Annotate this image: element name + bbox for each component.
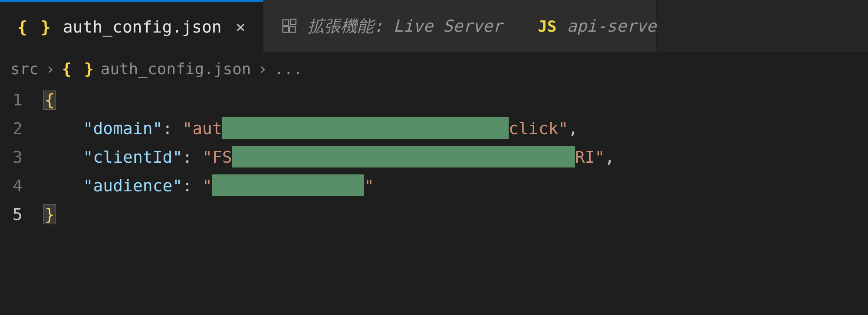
json-value: "aut xyxy=(182,119,222,138)
json-value: " xyxy=(364,176,374,195)
json-value: RI" xyxy=(575,148,605,167)
json-key: "clientId" xyxy=(83,148,183,167)
chevron-right-icon: › xyxy=(258,60,268,78)
redacted-block xyxy=(232,146,575,167)
code-line: } xyxy=(43,200,868,229)
code-line: "clientId": "FSRI", xyxy=(43,143,868,171)
line-number: 5 xyxy=(10,200,23,229)
json-file-icon: { } xyxy=(62,60,95,78)
breadcrumb-file[interactable]: { } auth_config.json xyxy=(62,60,251,78)
tab-live-server[interactable]: 拡張機能: Live Server xyxy=(263,0,520,52)
code-line: { xyxy=(43,85,868,114)
json-key: "audience" xyxy=(83,176,183,195)
svg-rect-3 xyxy=(290,19,296,25)
redacted-block xyxy=(212,174,364,196)
code-editor[interactable]: 1 2 3 4 5 { "domain": "autclick", "clien… xyxy=(0,85,868,229)
code-line: "domain": "autclick", xyxy=(43,114,868,143)
breadcrumb-overflow[interactable]: ... xyxy=(274,60,302,78)
tab-bar: { } auth_config.json × 拡張機能: Live Server… xyxy=(0,0,868,52)
svg-rect-1 xyxy=(283,27,288,33)
tab-auth-config[interactable]: { } auth_config.json × xyxy=(0,0,263,52)
js-file-icon: JS xyxy=(538,17,556,35)
json-key: "domain" xyxy=(83,119,163,138)
line-number: 2 xyxy=(10,114,23,143)
tab-label: auth_config.json xyxy=(63,17,222,36)
redacted-block xyxy=(222,117,509,139)
breadcrumb-file-label: auth_config.json xyxy=(101,60,251,78)
line-number: 4 xyxy=(10,171,23,200)
tab-label: 拡張機能: Live Server xyxy=(308,15,503,37)
line-number: 3 xyxy=(10,143,23,171)
code-line: "audience": "" xyxy=(43,171,868,200)
json-value: " xyxy=(202,176,212,195)
tab-label: api-serve xyxy=(567,16,656,36)
json-value: "FS xyxy=(202,148,232,167)
line-number: 1 xyxy=(10,85,23,114)
open-brace: { xyxy=(43,90,56,110)
json-file-icon: { } xyxy=(17,17,53,36)
extensions-icon xyxy=(281,18,297,34)
svg-rect-0 xyxy=(283,20,288,26)
tab-api-serve[interactable]: JS api-serve xyxy=(520,0,657,52)
chevron-right-icon: › xyxy=(46,60,55,78)
breadcrumb: src › { } auth_config.json › ... xyxy=(0,52,868,85)
close-icon[interactable]: × xyxy=(236,19,246,35)
line-gutter: 1 2 3 4 5 xyxy=(0,85,43,229)
code-content[interactable]: { "domain": "autclick", "clientId": "FSR… xyxy=(43,85,868,229)
close-brace: } xyxy=(43,204,56,224)
svg-rect-2 xyxy=(289,27,295,33)
json-value: click" xyxy=(509,119,568,138)
breadcrumb-folder[interactable]: src xyxy=(10,60,39,78)
